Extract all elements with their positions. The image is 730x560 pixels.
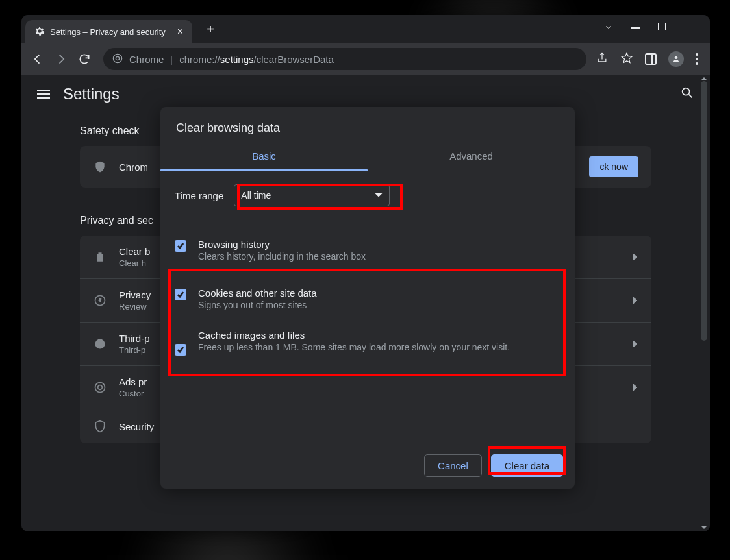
checkbox-checked-icon: [175, 240, 186, 252]
chevron-right-icon: [632, 295, 638, 306]
checkbox-checked-icon: [175, 344, 186, 356]
cancel-button[interactable]: Cancel: [424, 454, 482, 477]
target-icon: [93, 381, 107, 394]
profile-avatar[interactable]: [668, 51, 684, 67]
shield-icon: [93, 160, 107, 173]
browser-tab[interactable]: Settings – Privacy and security ×: [25, 20, 192, 43]
checkbox-checked-icon: [175, 289, 186, 300]
chrome-icon: [112, 53, 123, 66]
back-button[interactable]: [28, 53, 47, 66]
chrome-menu-button[interactable]: [696, 53, 698, 65]
gear-icon: [34, 26, 45, 38]
compass-icon: [93, 294, 107, 307]
window-controls: [603, 23, 710, 36]
scroll-down-arrow[interactable]: [699, 522, 709, 531]
window-close-button[interactable]: [685, 23, 696, 36]
page-title: Settings: [63, 85, 120, 103]
hamburger-menu-button[interactable]: [37, 90, 50, 99]
chevron-right-icon: [632, 251, 638, 263]
checkbox-cookies[interactable]: Cookies and other site data Signs you ou…: [175, 281, 560, 317]
svg-point-4: [95, 339, 105, 349]
dialog-body: Time range All time Browsing history Cle…: [160, 171, 575, 371]
svg-point-6: [98, 385, 103, 390]
url-bold: settings: [220, 54, 254, 65]
forward-button[interactable]: [51, 53, 71, 66]
svg-point-1: [116, 56, 119, 60]
url-suffix: /clearBrowserData: [254, 54, 334, 65]
clear-data-button[interactable]: Clear data: [491, 454, 563, 477]
share-icon[interactable]: [596, 51, 609, 67]
scrollbar-thumb[interactable]: [701, 81, 707, 341]
browser-toolbar: Chrome | chrome://settings/clearBrowserD…: [21, 43, 710, 75]
dialog-footer: Cancel Clear data: [424, 454, 563, 477]
svg-point-5: [95, 383, 105, 393]
titlebar: Settings – Privacy and security × +: [21, 15, 710, 43]
url-prefix: chrome://: [179, 54, 220, 65]
bookmark-star-icon[interactable]: [620, 51, 633, 67]
time-range-select[interactable]: All time: [234, 184, 390, 206]
new-tab-button[interactable]: +: [201, 22, 220, 37]
minimize-button[interactable]: [631, 23, 641, 36]
omnibox[interactable]: Chrome | chrome://settings/clearBrowserD…: [103, 48, 586, 70]
maximize-button[interactable]: [658, 23, 668, 36]
chevron-right-icon: [632, 338, 638, 350]
reload-button[interactable]: [75, 53, 94, 66]
tab-basic[interactable]: Basic: [160, 141, 368, 171]
tab-search-button[interactable]: [603, 23, 614, 36]
security-icon: [93, 420, 107, 433]
svg-point-2: [683, 88, 690, 95]
tab-advanced[interactable]: Advanced: [368, 141, 575, 171]
search-settings-button[interactable]: [680, 86, 694, 103]
tab-close-button[interactable]: ×: [177, 27, 183, 37]
time-range-label: Time range: [175, 190, 223, 201]
settings-app: Settings Safety check Chrom ck now Priva…: [21, 75, 710, 531]
dialog-title: Clear browsing data: [160, 107, 575, 141]
chevron-right-icon: [632, 382, 638, 393]
checkbox-browsing-history[interactable]: Browsing history Clears history, includi…: [175, 232, 560, 268]
chevron-down-icon: [375, 191, 383, 199]
time-range-value: All time: [241, 190, 271, 201]
content-scrollbar[interactable]: [699, 75, 709, 531]
tab-title: Settings – Privacy and security: [50, 27, 166, 37]
trash-icon: [93, 250, 107, 263]
svg-point-0: [113, 54, 121, 62]
checkbox-cached-files[interactable]: Cached images and files Frees up less th…: [175, 323, 560, 362]
reader-mode-icon[interactable]: [645, 53, 657, 65]
cookie-icon: [93, 337, 107, 350]
scheme-label: Chrome: [129, 54, 164, 65]
check-now-button[interactable]: ck now: [589, 156, 638, 177]
dialog-tabs: Basic Advanced: [160, 141, 575, 171]
clear-browsing-data-dialog: Clear browsing data Basic Advanced Time …: [160, 107, 575, 489]
chrome-window: Settings – Privacy and security × + Chro…: [21, 15, 710, 531]
